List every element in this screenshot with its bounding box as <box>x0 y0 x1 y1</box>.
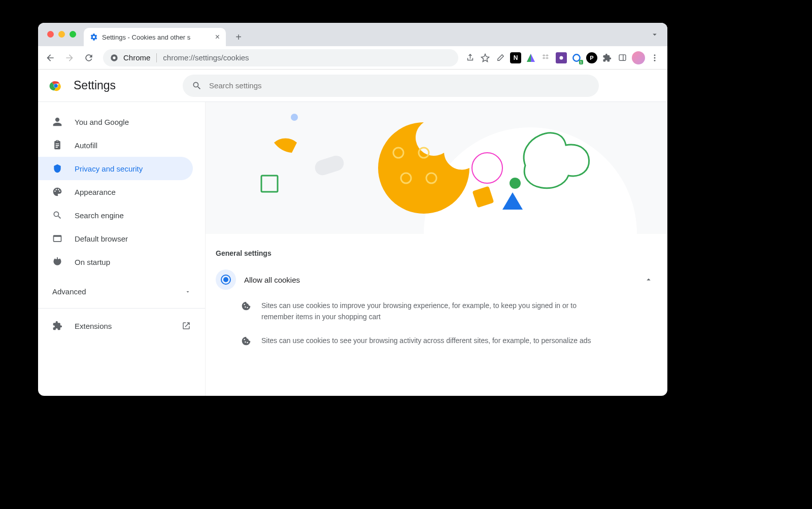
extension-cursor[interactable] <box>525 52 536 63</box>
kebab-menu-button[interactable] <box>649 52 660 63</box>
extension-badge: 1 <box>579 60 583 64</box>
svg-point-11 <box>654 59 656 61</box>
close-window-button[interactable] <box>47 31 54 38</box>
sidebar-item-label: Default browser <box>75 234 128 243</box>
search-icon <box>192 81 202 91</box>
pencil-icon <box>496 53 505 62</box>
back-button[interactable] <box>42 50 58 66</box>
option-detail-text: Sites can use cookies to improve your br… <box>261 300 606 323</box>
page-title: Settings <box>74 79 116 92</box>
arrow-left-icon <box>45 53 55 63</box>
svg-point-20 <box>291 114 298 121</box>
shield-icon <box>52 163 62 174</box>
toolbar-actions: N 1 P <box>464 51 663 64</box>
forward-button[interactable] <box>61 50 78 66</box>
sidebar-item-label: Appearance <box>75 188 116 196</box>
profile-avatar[interactable] <box>632 51 645 64</box>
extension-cursor-icon <box>527 54 535 62</box>
cookies-hero-illustration <box>206 102 667 234</box>
extension-dropbox[interactable] <box>540 52 552 63</box>
new-tab-button[interactable]: + <box>231 29 246 45</box>
browser-window: Settings - Cookies and other s × + Chrom… <box>38 23 667 396</box>
svg-rect-7 <box>619 55 626 60</box>
option-detail-row: Sites can use cookies to see your browsi… <box>206 327 667 350</box>
omnibox-scheme-label: Chrome <box>123 53 150 62</box>
open-in-new-icon <box>182 321 191 330</box>
option-detail-text: Sites can use cookies to see your browsi… <box>261 335 591 346</box>
search-icon <box>52 210 62 220</box>
reload-button[interactable] <box>81 50 97 66</box>
extension-purple-icon <box>558 54 565 61</box>
tab-title: Settings - Cookies and other s <box>102 33 211 41</box>
palette-icon <box>52 187 62 197</box>
svg-point-9 <box>654 54 656 56</box>
side-panel-button[interactable] <box>617 52 628 63</box>
sidebar-extensions-label: Extensions <box>75 322 112 330</box>
sidebar-item-label: Privacy and security <box>75 164 143 173</box>
power-icon <box>52 257 62 267</box>
dropbox-icon <box>542 53 551 62</box>
option-label: Allow all cookies <box>244 276 636 284</box>
close-tab-button[interactable]: × <box>215 32 220 42</box>
svg-point-14 <box>54 84 57 87</box>
omnibox-url: chrome://settings/cookies <box>163 53 249 62</box>
maximize-window-button[interactable] <box>70 31 76 38</box>
sidebar-item-label: Autofill <box>75 141 97 150</box>
sidebar-item-search-engine[interactable]: Search engine <box>38 203 193 227</box>
sidebar-item-label: Search engine <box>75 211 124 220</box>
extension-edit[interactable] <box>495 52 506 63</box>
reload-icon <box>84 53 94 63</box>
extension-purple[interactable] <box>556 52 567 63</box>
sidebar-divider <box>38 308 205 309</box>
extension-notion[interactable]: N <box>510 52 521 63</box>
svg-point-24 <box>510 178 521 189</box>
radio-button[interactable] <box>216 269 236 290</box>
tabs-dropdown-icon[interactable] <box>650 30 659 39</box>
search-settings-input[interactable] <box>209 81 590 90</box>
share-button[interactable] <box>464 52 476 63</box>
clipboard-icon <box>52 140 62 150</box>
collapse-toggle[interactable] <box>644 275 657 284</box>
cookie-icon <box>241 301 251 311</box>
settings-content: You and Google Autofill Privacy and secu… <box>38 70 667 396</box>
svg-marker-3 <box>527 54 531 62</box>
sidebar-item-default-browser[interactable]: Default browser <box>38 227 193 250</box>
omnibox-separator <box>156 53 157 62</box>
panel-icon <box>618 53 627 62</box>
browser-tab[interactable]: Settings - Cookies and other s × <box>84 28 226 46</box>
option-detail-row: Sites can use cookies to improve your br… <box>206 296 667 327</box>
sidebar-item-you-and-google[interactable]: You and Google <box>38 110 193 133</box>
settings-main: General settings Allow all cookies Sites… <box>206 70 667 396</box>
settings-gear-icon <box>90 33 98 41</box>
hero-svg <box>206 102 667 234</box>
extensions-menu-button[interactable] <box>601 52 613 63</box>
sidebar-advanced-label: Advanced <box>52 287 86 296</box>
chevron-down-icon <box>185 289 191 295</box>
sidebar-item-autofill[interactable]: Autofill <box>38 133 193 157</box>
browser-icon <box>52 233 62 244</box>
svg-point-5 <box>560 56 563 59</box>
sidebar-item-on-startup[interactable]: On startup <box>38 250 193 274</box>
chrome-logo-icon <box>49 79 62 92</box>
bookmark-button[interactable] <box>480 52 491 63</box>
browser-toolbar: Chrome chrome://settings/cookies N <box>38 46 667 70</box>
sidebar-item-appearance[interactable]: Appearance <box>38 180 193 203</box>
chevron-up-icon <box>644 275 653 284</box>
extension-circle[interactable]: 1 <box>571 52 582 63</box>
search-settings-field[interactable] <box>183 75 599 97</box>
address-bar[interactable]: Chrome chrome://settings/cookies <box>103 49 458 66</box>
svg-point-1 <box>113 56 115 59</box>
puzzle-icon <box>52 321 62 331</box>
allow-all-cookies-option[interactable]: Allow all cookies <box>206 263 667 296</box>
arrow-right-icon <box>64 53 75 63</box>
sidebar-advanced-toggle[interactable]: Advanced <box>38 279 205 304</box>
puzzle-icon <box>602 53 612 62</box>
svg-rect-22 <box>313 154 346 177</box>
sidebar-item-privacy-security[interactable]: Privacy and security <box>38 157 193 180</box>
sidebar-item-extensions[interactable]: Extensions <box>38 313 205 339</box>
minimize-window-button[interactable] <box>58 31 65 38</box>
extension-p[interactable]: P <box>586 52 597 63</box>
cookie-icon <box>241 336 251 346</box>
sidebar-item-label: You and Google <box>75 118 129 126</box>
more-vert-icon <box>650 53 659 62</box>
